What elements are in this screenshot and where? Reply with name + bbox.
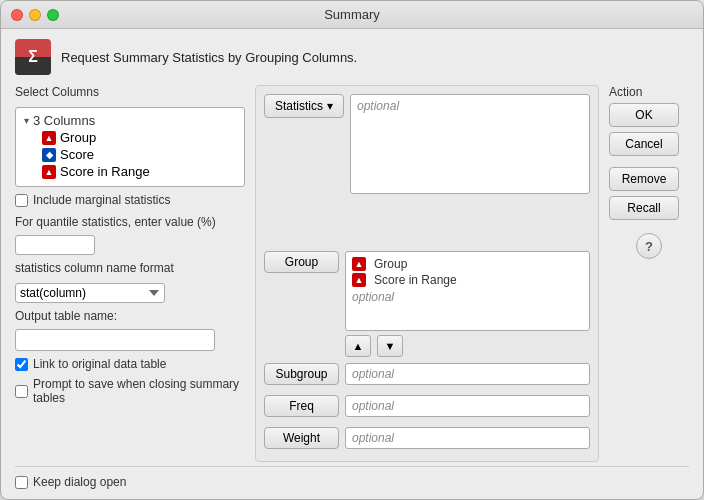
- stat-format-select[interactable]: stat(column): [15, 283, 165, 303]
- tree-item-score-range-label: Score in Range: [60, 164, 150, 179]
- weight-optional: optional: [345, 427, 590, 449]
- output-input[interactable]: [15, 329, 215, 351]
- move-up-button[interactable]: ▲: [345, 335, 371, 357]
- move-up-icon: ▲: [353, 340, 364, 352]
- cancel-button-label: Cancel: [625, 137, 662, 151]
- cancel-button[interactable]: Cancel: [609, 132, 679, 156]
- quantile-input[interactable]: 25: [15, 235, 95, 255]
- arrow-row: ▲ ▼: [345, 335, 590, 357]
- tree-item-group-label: Group: [60, 130, 96, 145]
- statistics-row: Statistics ▾ optional: [264, 94, 590, 245]
- ok-button-label: OK: [635, 108, 652, 122]
- weight-placeholder: optional: [352, 431, 394, 445]
- group-box: ▲ Group ▲ Score in Range optional: [345, 251, 590, 331]
- include-marginal-row: Include marginal statistics: [15, 193, 245, 207]
- left-panel: Select Columns ▾ 3 Columns ▲ Group ◆ Sc: [15, 85, 245, 462]
- group-optional-text: optional: [352, 290, 583, 304]
- tree-root-label: 3 Columns: [33, 113, 95, 128]
- freq-button[interactable]: Freq: [264, 395, 339, 417]
- prompt-checkbox[interactable]: [15, 385, 28, 398]
- group-item-group: ▲ Group: [352, 256, 583, 272]
- help-button[interactable]: ?: [636, 233, 662, 259]
- subgroup-row: Subgroup optional: [264, 363, 590, 385]
- window-title: Summary: [324, 7, 380, 22]
- titlebar-buttons: [11, 9, 59, 21]
- group-button-label: Group: [285, 255, 318, 269]
- recall-button-label: Recall: [627, 201, 660, 215]
- right-panel: Action OK Cancel Remove Recall: [609, 85, 689, 462]
- group-item-group-icon: ▲: [352, 257, 366, 271]
- statistics-optional-box: optional: [350, 94, 590, 194]
- header-description: Request Summary Statistics by Grouping C…: [61, 50, 357, 65]
- middle-panel: Statistics ▾ optional Group: [255, 85, 599, 462]
- subgroup-placeholder: optional: [352, 367, 394, 381]
- move-down-icon: ▼: [385, 340, 396, 352]
- weight-button[interactable]: Weight: [264, 427, 339, 449]
- remove-button-label: Remove: [622, 172, 667, 186]
- footer-row: Keep dialog open: [15, 466, 689, 489]
- statistics-placeholder: optional: [357, 99, 583, 113]
- freq-row: Freq optional: [264, 395, 590, 417]
- keep-open-label: Keep dialog open: [33, 475, 126, 489]
- freq-placeholder: optional: [352, 399, 394, 413]
- group-item-score-range: ▲ Score in Range: [352, 272, 583, 288]
- freq-button-label: Freq: [289, 399, 314, 413]
- output-label: Output table name:: [15, 309, 245, 323]
- statistics-button[interactable]: Statistics ▾: [264, 94, 344, 118]
- subgroup-button-label: Subgroup: [275, 367, 327, 381]
- group-item-score-range-label: Score in Range: [374, 273, 457, 287]
- subgroup-optional: optional: [345, 363, 590, 385]
- subgroup-button[interactable]: Subgroup: [264, 363, 339, 385]
- group-icon: ▲: [42, 131, 56, 145]
- tree-item-group[interactable]: ▲ Group: [40, 129, 238, 146]
- include-marginal-checkbox[interactable]: [15, 194, 28, 207]
- tree-children: ▲ Group ◆ Score ▲ Score in Range: [40, 129, 238, 180]
- stat-format-label: statistics column name format: [15, 261, 245, 275]
- help-icon: ?: [645, 239, 653, 254]
- app-icon: [15, 39, 51, 75]
- close-button[interactable]: [11, 9, 23, 21]
- action-buttons: OK Cancel Remove Recall ?: [609, 103, 689, 259]
- ok-button[interactable]: OK: [609, 103, 679, 127]
- score-icon: ◆: [42, 148, 56, 162]
- main-body: Select Columns ▾ 3 Columns ▲ Group ◆ Sc: [15, 85, 689, 462]
- group-row: Group ▲ Group ▲ Score in Range optio: [264, 251, 590, 357]
- titlebar: Summary: [1, 1, 703, 29]
- link-checkbox[interactable]: [15, 358, 28, 371]
- select-columns-label: Select Columns: [15, 85, 245, 99]
- move-down-button[interactable]: ▼: [377, 335, 403, 357]
- minimize-button[interactable]: [29, 9, 41, 21]
- action-label: Action: [609, 85, 689, 99]
- tree-item-score-range[interactable]: ▲ Score in Range: [40, 163, 238, 180]
- tree-arrow-icon: ▾: [24, 115, 29, 126]
- statistics-button-label: Statistics: [275, 99, 323, 113]
- header-row: Request Summary Statistics by Grouping C…: [15, 39, 689, 75]
- group-row-inner: Group ▲ Group ▲ Score in Range optio: [264, 251, 590, 331]
- include-marginal-label: Include marginal statistics: [33, 193, 170, 207]
- quantile-label: For quantile statistics, enter value (%): [15, 215, 245, 229]
- columns-box: ▾ 3 Columns ▲ Group ◆ Score ▲: [15, 107, 245, 187]
- maximize-button[interactable]: [47, 9, 59, 21]
- tree-item-score[interactable]: ◆ Score: [40, 146, 238, 163]
- tree-root: ▾ 3 Columns: [22, 112, 238, 129]
- score-range-icon: ▲: [42, 165, 56, 179]
- tree-item-score-label: Score: [60, 147, 94, 162]
- weight-row: Weight optional: [264, 427, 590, 449]
- group-item-score-range-icon: ▲: [352, 273, 366, 287]
- link-label: Link to original data table: [33, 357, 166, 371]
- prompt-label: Prompt to save when closing summary tabl…: [33, 377, 245, 405]
- prompt-row: Prompt to save when closing summary tabl…: [15, 377, 245, 405]
- group-item-group-label: Group: [374, 257, 407, 271]
- content: Request Summary Statistics by Grouping C…: [1, 29, 703, 499]
- freq-optional: optional: [345, 395, 590, 417]
- remove-button[interactable]: Remove: [609, 167, 679, 191]
- link-row: Link to original data table: [15, 357, 245, 371]
- recall-button[interactable]: Recall: [609, 196, 679, 220]
- weight-button-label: Weight: [283, 431, 320, 445]
- group-button[interactable]: Group: [264, 251, 339, 273]
- window: Summary Request Summary Statistics by Gr…: [0, 0, 704, 500]
- statistics-arrow-icon: ▾: [327, 99, 333, 113]
- keep-open-checkbox[interactable]: [15, 476, 28, 489]
